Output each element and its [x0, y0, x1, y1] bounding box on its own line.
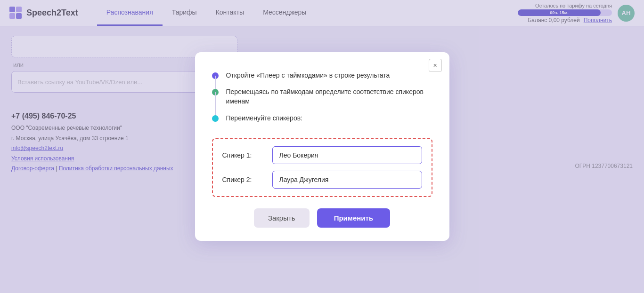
speakers-box: Спикер 1: Спикер 2: [212, 138, 432, 197]
speaker-rename-modal: × Откройте «Плеер с таймкодами» в строке… [195, 52, 449, 241]
speaker-input-2[interactable] [272, 171, 422, 189]
step-dot-3 [212, 115, 219, 122]
close-button[interactable]: Закрыть [254, 208, 310, 228]
step-text-1: Откройте «Плеер с таймкодами» в строке р… [226, 71, 390, 80]
speaker-row-1: Спикер 1: [222, 146, 422, 164]
steps-list: Откройте «Плеер с таймкодами» в строке р… [212, 67, 432, 127]
modal-overlay: × Откройте «Плеер с таймкодами» в строке… [0, 0, 644, 293]
speaker-row-2: Спикер 2: [222, 171, 422, 189]
speaker-label-2: Спикер 2: [222, 176, 265, 183]
step-text-2: Перемещаясь по таймкодам определите соот… [226, 87, 432, 106]
step-text-3: Переименуйте спикеров: [226, 114, 303, 123]
speaker-input-1[interactable] [272, 146, 422, 164]
apply-button[interactable]: Применить [317, 208, 390, 228]
modal-footer: Закрыть Применить [212, 208, 432, 228]
step-1: Откройте «Плеер с таймкодами» в строке р… [212, 67, 432, 84]
step-2: Перемещаясь по таймкодам определите соот… [212, 84, 432, 110]
step-3: Переименуйте спикеров: [212, 110, 432, 127]
speaker-label-1: Спикер 1: [222, 151, 265, 159]
